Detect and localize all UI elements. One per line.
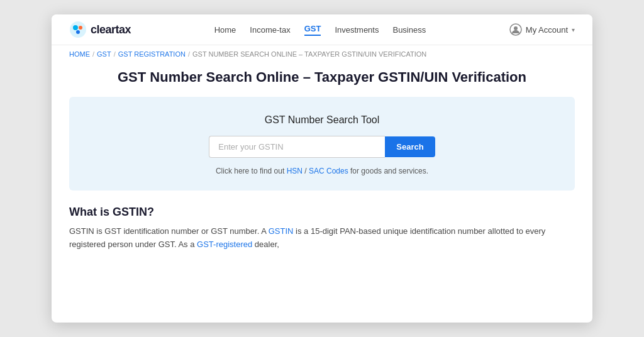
gstin-input[interactable]: [209, 136, 385, 158]
breadcrumb-sep-1: /: [92, 50, 94, 58]
logo-text: cleartax: [91, 23, 131, 36]
hsn-note-suffix: for goods and services.: [350, 167, 428, 175]
account-icon: [509, 23, 522, 36]
what-is-gstin-text: GSTIN is GST identification number or GS…: [69, 225, 575, 251]
what-is-gstin-section: What is GSTIN? GSTIN is GST identificati…: [69, 206, 575, 251]
svg-point-0: [70, 21, 86, 38]
cleartax-logo-icon: [69, 21, 87, 38]
nav-home[interactable]: Home: [214, 25, 236, 35]
hsn-sac-separator: /: [304, 167, 309, 175]
search-button[interactable]: Search: [385, 136, 435, 157]
breadcrumb-current: GST NUMBER SEARCH ONLINE – TAXPAYER GSTI…: [192, 50, 426, 58]
svg-point-3: [76, 30, 80, 34]
hsn-link[interactable]: HSN: [287, 167, 303, 175]
search-tool-title: GST Number Search Tool: [82, 114, 562, 126]
svg-point-1: [73, 25, 78, 30]
logo-area: cleartax: [69, 21, 131, 38]
account-area[interactable]: My Account ▾: [509, 23, 575, 36]
main-content: GST Number Search Online – Taxpayer GSTI…: [52, 63, 592, 264]
sac-link[interactable]: SAC Codes: [309, 167, 348, 175]
gstin-inline-link[interactable]: GSTIN: [269, 226, 294, 236]
hsn-note-prefix: Click here to find out: [216, 167, 284, 175]
nav-bar: cleartax Home Income-tax GST Investments…: [52, 14, 592, 45]
search-row: Search: [82, 136, 562, 158]
breadcrumb-home[interactable]: HOME: [69, 50, 90, 58]
breadcrumb-sep-3: /: [188, 50, 190, 58]
nav-links: Home Income-tax GST Investments Business: [214, 24, 426, 36]
browser-window: cleartax Home Income-tax GST Investments…: [52, 14, 592, 323]
what-is-gstin-heading: What is GSTIN?: [69, 206, 575, 219]
breadcrumb-gst-registration[interactable]: GST REGISTRATION: [118, 50, 186, 58]
gstin-text-suffix: dealer,: [255, 240, 279, 249]
gst-registered-link[interactable]: GST-registered: [197, 240, 252, 249]
hsn-note: Click here to find out HSN / SAC Codes f…: [82, 167, 562, 175]
nav-investments[interactable]: Investments: [335, 25, 379, 35]
nav-business[interactable]: Business: [392, 25, 426, 35]
account-label: My Account: [526, 25, 568, 35]
nav-income-tax[interactable]: Income-tax: [250, 25, 290, 35]
breadcrumb-sep-2: /: [114, 50, 116, 58]
account-chevron-icon: ▾: [572, 26, 575, 33]
svg-point-5: [514, 26, 518, 30]
svg-point-2: [79, 26, 82, 30]
page-title: GST Number Search Online – Taxpayer GSTI…: [69, 69, 575, 86]
nav-gst[interactable]: GST: [304, 24, 321, 36]
breadcrumb: HOME / GST / GST REGISTRATION / GST NUMB…: [52, 45, 592, 63]
gstin-text-prefix: GSTIN is GST identification number or GS…: [69, 226, 266, 236]
search-tool-box: GST Number Search Tool Search Click here…: [69, 97, 575, 191]
breadcrumb-gst[interactable]: GST: [97, 50, 111, 58]
